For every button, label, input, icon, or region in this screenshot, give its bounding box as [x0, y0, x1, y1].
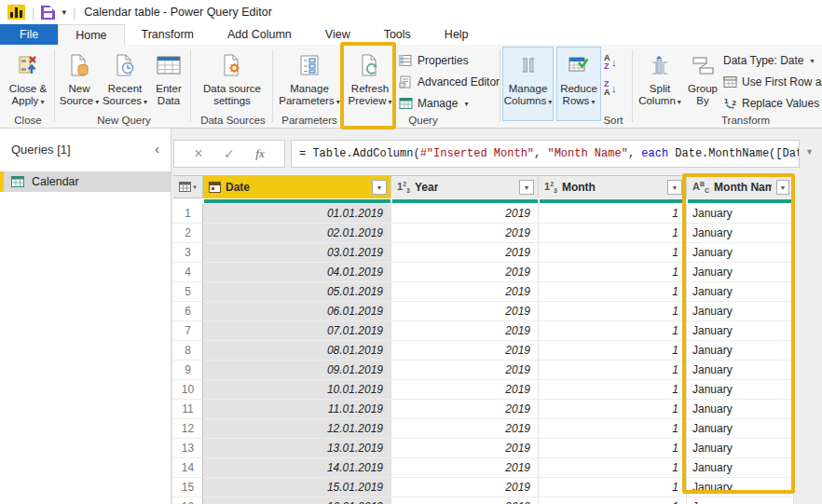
cell-date[interactable]: 03.01.2019: [203, 243, 391, 263]
cell-month-name[interactable]: January: [687, 458, 794, 478]
filter-dropdown-icon[interactable]: ▼: [519, 180, 534, 195]
row-number[interactable]: 14: [173, 458, 203, 478]
row-number[interactable]: 13: [173, 439, 203, 458]
cell-year[interactable]: 2019: [391, 243, 539, 263]
cell-month-name[interactable]: January: [687, 204, 794, 224]
cell-month-name[interactable]: January: [687, 263, 794, 282]
manage-parameters-button[interactable]: Manage Parameters▾: [276, 48, 343, 118]
row-number[interactable]: 1: [173, 204, 203, 224]
data-source-settings-button[interactable]: Data source settings: [194, 48, 270, 118]
tab-view[interactable]: View: [308, 24, 367, 45]
cell-date[interactable]: 07.01.2019: [203, 321, 391, 341]
save-icon[interactable]: [41, 6, 55, 20]
row-number[interactable]: 9: [173, 361, 203, 380]
collapse-pane-icon[interactable]: ‹: [155, 142, 159, 157]
tab-transform[interactable]: Transform: [125, 24, 212, 45]
row-number[interactable]: 11: [173, 400, 203, 419]
cell-year[interactable]: 2019: [391, 204, 539, 224]
split-column-button[interactable]: Split Column▾: [637, 48, 682, 118]
tab-tools[interactable]: Tools: [367, 24, 428, 45]
cell-month-name[interactable]: January: [687, 400, 794, 419]
row-number[interactable]: 6: [173, 302, 203, 321]
select-all-button[interactable]: ▾: [173, 176, 203, 198]
cell-month[interactable]: 1: [539, 341, 687, 361]
cell-year[interactable]: 2019: [391, 224, 539, 243]
cell-year[interactable]: 2019: [391, 282, 539, 302]
tab-help[interactable]: Help: [428, 24, 486, 45]
advanced-editor-button[interactable]: Advanced Editor: [399, 74, 500, 90]
cell-month[interactable]: 1: [539, 224, 687, 243]
row-number[interactable]: 15: [173, 478, 203, 497]
cell-date[interactable]: 08.01.2019: [203, 341, 391, 361]
column-header-date[interactable]: Date▼: [203, 176, 391, 198]
cell-year[interactable]: 2019: [391, 380, 539, 400]
cell-year[interactable]: 2019: [391, 439, 539, 458]
formula-input[interactable]: = Table.AddColumn(#"Inserted Month", "Mo…: [291, 140, 800, 168]
cell-date[interactable]: 01.01.2019: [203, 204, 391, 224]
cell-year[interactable]: 2019: [391, 400, 539, 419]
quick-access-dropdown-icon[interactable]: ▾: [62, 7, 66, 17]
filter-dropdown-icon[interactable]: ▼: [372, 180, 387, 195]
cell-month[interactable]: 1: [539, 321, 687, 341]
cell-date[interactable]: 15.01.2019: [203, 478, 391, 497]
reduce-rows-button[interactable]: Reduce Rows▾: [556, 47, 601, 121]
tab-file[interactable]: File: [0, 24, 58, 45]
cell-date[interactable]: 05.01.2019: [203, 282, 391, 302]
filter-dropdown-icon[interactable]: ▼: [667, 180, 682, 195]
cell-month-name[interactable]: January: [687, 282, 794, 302]
tab-home[interactable]: Home: [58, 24, 124, 45]
row-number[interactable]: 12: [173, 419, 203, 439]
row-number[interactable]: 8: [173, 341, 203, 361]
cell-month[interactable]: 1: [539, 497, 687, 504]
query-item-calendar[interactable]: Calendar: [0, 171, 171, 192]
cell-date[interactable]: 14.01.2019: [203, 458, 391, 478]
enter-data-button[interactable]: Enter Data: [149, 48, 188, 118]
sort-za-icon[interactable]: Z↓A: [604, 80, 619, 97]
cell-month[interactable]: 1: [539, 243, 687, 263]
cell-month-name[interactable]: January: [687, 478, 794, 497]
recent-sources-button[interactable]: Recent Sources▾: [101, 48, 149, 118]
formula-expand-icon[interactable]: ▼: [805, 147, 814, 157]
row-number[interactable]: 10: [173, 380, 203, 400]
properties-button[interactable]: Properties: [399, 52, 469, 69]
cell-month[interactable]: 1: [539, 419, 687, 439]
data-type-button[interactable]: Data Type: Date ▾: [723, 52, 815, 69]
group-by-button[interactable]: Group By: [684, 48, 721, 118]
cell-year[interactable]: 2019: [391, 341, 539, 361]
column-header-month[interactable]: 123Month▼: [539, 176, 687, 198]
cell-month-name[interactable]: January: [687, 380, 794, 400]
cell-date[interactable]: 11.01.2019: [203, 400, 391, 419]
column-header-year[interactable]: 123Year▼: [391, 176, 539, 198]
refresh-preview-button[interactable]: Refresh Preview▾: [344, 48, 396, 118]
new-source-button[interactable]: New Source▾: [58, 48, 101, 118]
cell-month-name[interactable]: January: [687, 321, 794, 341]
cell-month-name[interactable]: January: [687, 302, 794, 321]
cell-month[interactable]: 1: [539, 439, 687, 458]
cell-year[interactable]: 2019: [391, 361, 539, 380]
use-first-row-button[interactable]: Use First Row as: [723, 74, 822, 90]
cell-month-name[interactable]: January: [687, 243, 794, 263]
cell-month[interactable]: 1: [539, 380, 687, 400]
cell-date[interactable]: 13.01.2019: [203, 439, 391, 458]
cell-date[interactable]: 06.01.2019: [203, 302, 391, 321]
replace-values-button[interactable]: 12 Replace Values: [723, 95, 819, 112]
cell-month-name[interactable]: January: [687, 361, 794, 380]
cell-year[interactable]: 2019: [391, 478, 539, 497]
cell-month-name[interactable]: January: [687, 341, 794, 361]
row-number[interactable]: 3: [173, 243, 203, 263]
tab-add-column[interactable]: Add Column: [211, 24, 308, 45]
cell-month-name[interactable]: January: [687, 419, 794, 439]
cell-month-name[interactable]: January: [687, 497, 794, 504]
cell-year[interactable]: 2019: [391, 321, 539, 341]
cell-month[interactable]: 1: [539, 400, 687, 419]
pane-divider[interactable]: [171, 129, 171, 504]
cell-month[interactable]: 1: [539, 458, 687, 478]
cell-date[interactable]: 16.01.2019: [203, 497, 391, 504]
cancel-icon[interactable]: ×: [194, 145, 202, 162]
cell-month[interactable]: 1: [539, 361, 687, 380]
sort-az-icon[interactable]: A↓Z: [604, 54, 619, 71]
cell-month[interactable]: 1: [539, 282, 687, 302]
cell-date[interactable]: 09.01.2019: [203, 361, 391, 380]
cell-month[interactable]: 1: [539, 478, 687, 497]
close-apply-button[interactable]: Close & Apply▾: [4, 48, 52, 118]
